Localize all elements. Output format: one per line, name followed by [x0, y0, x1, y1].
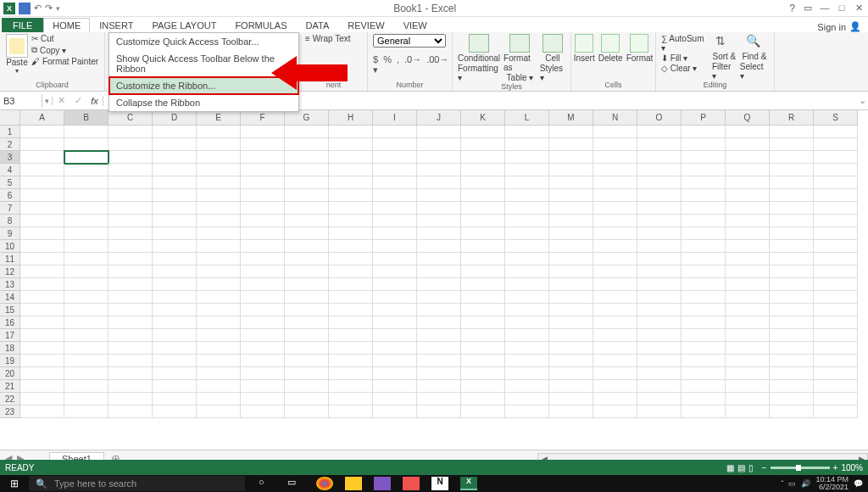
cell-E8[interactable] — [197, 215, 241, 227]
cell-B11[interactable] — [64, 253, 108, 266]
cell-M1[interactable] — [549, 126, 593, 138]
cell-A12[interactable] — [20, 266, 64, 278]
cell-F1[interactable] — [241, 126, 285, 138]
cell-E19[interactable] — [197, 355, 241, 367]
cell-A5[interactable] — [20, 176, 64, 189]
cell-K12[interactable] — [461, 266, 505, 278]
cell-D15[interactable] — [153, 304, 197, 316]
maximize-icon[interactable]: □ — [834, 3, 849, 14]
cell-C16[interactable] — [108, 316, 153, 329]
cell-H7[interactable] — [329, 202, 373, 215]
cell-D4[interactable] — [153, 164, 197, 176]
cell-R8[interactable] — [770, 215, 814, 227]
cell-F16[interactable] — [241, 316, 285, 329]
notifications-icon[interactable]: 💬 — [854, 479, 863, 488]
cell-A22[interactable] — [20, 393, 64, 405]
cell-F11[interactable] — [241, 253, 285, 266]
row-header-9[interactable]: 9 — [0, 227, 20, 240]
row-header-22[interactable]: 22 — [0, 393, 20, 405]
cell-R2[interactable] — [770, 138, 814, 151]
cell-L12[interactable] — [505, 266, 549, 278]
cell-Q14[interactable] — [726, 291, 770, 304]
cell-M10[interactable] — [549, 240, 593, 253]
cell-B7[interactable] — [64, 202, 108, 215]
cell-G4[interactable] — [285, 164, 329, 176]
cell-N15[interactable] — [593, 304, 637, 316]
cell-S1[interactable] — [814, 126, 858, 138]
cell-F13[interactable] — [241, 278, 285, 291]
cell-D8[interactable] — [153, 215, 197, 227]
cell-A7[interactable] — [20, 202, 64, 215]
cell-O21[interactable] — [637, 380, 682, 393]
cell-M15[interactable] — [549, 304, 593, 316]
cell-G23[interactable] — [285, 405, 329, 418]
cell-F3[interactable] — [241, 151, 285, 164]
cell-A13[interactable] — [20, 278, 64, 291]
cell-N11[interactable] — [593, 253, 637, 266]
tab-insert[interactable]: INSERT — [90, 18, 142, 32]
cell-E12[interactable] — [197, 266, 241, 278]
cell-E23[interactable] — [197, 405, 241, 418]
cell-K8[interactable] — [461, 215, 505, 227]
cell-C14[interactable] — [108, 291, 153, 304]
cell-O1[interactable] — [637, 126, 682, 138]
column-header-K[interactable]: K — [461, 110, 505, 126]
cell-H11[interactable] — [329, 253, 373, 266]
cell-G5[interactable] — [285, 176, 329, 189]
cell-H5[interactable] — [329, 176, 373, 189]
column-header-N[interactable]: N — [593, 110, 637, 126]
cell-H15[interactable] — [329, 304, 373, 316]
cell-H14[interactable] — [329, 291, 373, 304]
cell-Q18[interactable] — [726, 342, 770, 355]
cell-P20[interactable] — [682, 367, 726, 380]
column-header-O[interactable]: O — [637, 110, 682, 126]
cell-J6[interactable] — [417, 189, 461, 202]
cell-E9[interactable] — [197, 227, 241, 240]
cell-A17[interactable] — [20, 329, 64, 342]
cell-B13[interactable] — [64, 278, 108, 291]
cell-E5[interactable] — [197, 176, 241, 189]
column-header-R[interactable]: R — [770, 110, 814, 126]
cell-A23[interactable] — [20, 405, 64, 418]
cell-H22[interactable] — [329, 393, 373, 405]
cell-O13[interactable] — [637, 278, 682, 291]
row-header-5[interactable]: 5 — [0, 176, 20, 189]
tray-network-icon[interactable]: ▭ — [788, 479, 796, 488]
cell-L18[interactable] — [505, 342, 549, 355]
cell-C10[interactable] — [108, 240, 153, 253]
cell-P4[interactable] — [682, 164, 726, 176]
format-cells-button[interactable]: Format — [626, 34, 654, 63]
cell-B22[interactable] — [64, 393, 108, 405]
cell-A18[interactable] — [20, 342, 64, 355]
cell-R19[interactable] — [770, 355, 814, 367]
cell-C9[interactable] — [108, 227, 153, 240]
cell-I12[interactable] — [373, 266, 417, 278]
cell-O2[interactable] — [637, 138, 682, 151]
cell-P13[interactable] — [682, 278, 726, 291]
cell-I17[interactable] — [373, 329, 417, 342]
row-header-7[interactable]: 7 — [0, 202, 20, 215]
row-header-6[interactable]: 6 — [0, 189, 20, 202]
cell-O14[interactable] — [637, 291, 682, 304]
cell-H16[interactable] — [329, 316, 373, 329]
cell-E3[interactable] — [197, 151, 241, 164]
cell-K1[interactable] — [461, 126, 505, 138]
cell-K21[interactable] — [461, 380, 505, 393]
cell-M8[interactable] — [549, 215, 593, 227]
cell-D10[interactable] — [153, 240, 197, 253]
column-header-J[interactable]: J — [417, 110, 461, 126]
cell-P11[interactable] — [682, 253, 726, 266]
cell-S7[interactable] — [814, 202, 858, 215]
cell-K7[interactable] — [461, 202, 505, 215]
cell-Q5[interactable] — [726, 176, 770, 189]
cell-G1[interactable] — [285, 126, 329, 138]
cell-F7[interactable] — [241, 202, 285, 215]
cell-Q7[interactable] — [726, 202, 770, 215]
tab-pagelayout[interactable]: PAGE LAYOUT — [142, 18, 225, 32]
cell-O15[interactable] — [637, 304, 682, 316]
cell-B21[interactable] — [64, 380, 108, 393]
zoom-level[interactable]: 100% — [841, 463, 863, 472]
cell-L22[interactable] — [505, 393, 549, 405]
cell-L7[interactable] — [505, 202, 549, 215]
cell-F9[interactable] — [241, 227, 285, 240]
